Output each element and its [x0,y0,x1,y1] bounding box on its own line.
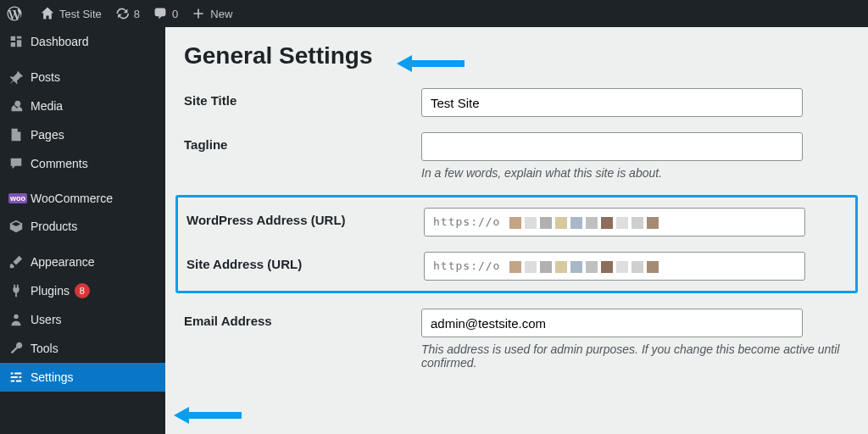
wp-url-input[interactable]: https://o [424,208,805,236]
sidebar-item-label: Tools [31,342,58,355]
annotation-highlight-urls: WordPress Address (URL) https://o Site A… [175,195,858,293]
svg-marker-0 [397,55,465,72]
row-site-url: Site Address (URL) https://o [186,252,847,281]
plugins-badge: 8 [75,283,90,298]
sidebar-item-label: Products [31,220,77,233]
site-name: Test Site [59,8,102,20]
sidebar-item-label: Plugins [31,284,70,298]
sidebar-item-posts[interactable]: Posts [0,63,165,92]
sidebar-item-dashboard[interactable]: Dashboard [0,27,165,56]
comment-icon [153,7,167,20]
admin-sidebar: Dashboard Posts Media Pages Comments woo… [0,27,165,434]
sidebar-item-label: Pages [31,128,64,142]
sidebar-item-label: Media [31,99,63,113]
sidebar-item-woocommerce[interactable]: woo WooCommerce [0,185,165,212]
row-wp-url: WordPress Address (URL) https://o [186,208,847,236]
tagline-label: Tagline [184,132,421,152]
plug-icon [8,283,31,298]
sidebar-item-label: WooCommerce [31,192,113,205]
sidebar-item-label: Users [31,313,62,326]
refresh-icon [115,7,129,20]
admin-topbar: Test Site 8 0 New [0,0,868,27]
sidebar-item-label: Appearance [31,255,95,269]
new-content-link[interactable]: New [185,0,239,27]
comments-link[interactable]: 0 [147,0,185,27]
wrench-icon [8,341,31,356]
site-url-label: Site Address (URL) [186,252,424,271]
sidebar-item-tools[interactable]: Tools [0,334,165,363]
wordpress-icon [7,6,22,21]
comment-icon [8,156,31,171]
email-input[interactable] [421,309,803,337]
sidebar-item-plugins[interactable]: Plugins 8 [0,276,165,305]
site-title-label: Site Title [184,88,421,108]
users-icon [8,312,31,327]
sidebar-item-appearance[interactable]: Appearance [0,248,165,276]
page-icon [8,127,31,142]
sliders-icon [8,370,31,385]
woocommerce-icon: woo [8,193,31,203]
box-icon [8,219,31,234]
sidebar-item-comments[interactable]: Comments [0,149,165,178]
email-label: Email Address [184,309,421,328]
sidebar-item-products[interactable]: Products [0,212,165,241]
pin-icon [8,70,31,85]
site-url-input[interactable]: https://o [424,252,805,281]
annotation-arrow-settings [174,405,242,429]
row-tagline: Tagline In a few words, explain what thi… [184,132,849,180]
tagline-input[interactable] [421,132,803,161]
plus-icon [192,7,205,20]
annotation-arrow-title [397,53,465,77]
sidebar-item-users[interactable]: Users [0,305,165,334]
sidebar-item-label: Comments [31,157,88,170]
site-title-input[interactable] [421,88,803,117]
media-icon [8,98,31,114]
site-link[interactable]: Test Site [34,0,108,27]
sidebar-item-pages[interactable]: Pages [0,120,165,149]
settings-general-page: General Settings Site Title Tagline In a… [165,27,868,434]
sidebar-item-label: Posts [31,70,60,84]
brush-icon [8,254,31,270]
sidebar-item-label: Settings [31,370,74,384]
tagline-desc: In a few words, explain what this site i… [421,166,849,180]
email-desc: This address is used for admin purposes.… [421,342,849,370]
row-site-title: Site Title [184,88,849,117]
sidebar-item-label: Dashboard [31,35,89,48]
sidebar-item-media[interactable]: Media [0,92,165,120]
wp-logo[interactable] [0,0,34,27]
svg-marker-1 [174,407,242,424]
comments-count: 0 [172,8,178,20]
updates-count: 8 [134,8,140,20]
sidebar-item-settings[interactable]: Settings [0,363,165,392]
page-title: General Settings [184,42,373,70]
wp-url-label: WordPress Address (URL) [186,208,424,227]
new-label: New [210,8,232,20]
row-email: Email Address This address is used for a… [184,309,849,370]
home-icon [41,7,54,20]
updates-link[interactable]: 8 [108,0,147,27]
dashboard-icon [8,34,31,49]
